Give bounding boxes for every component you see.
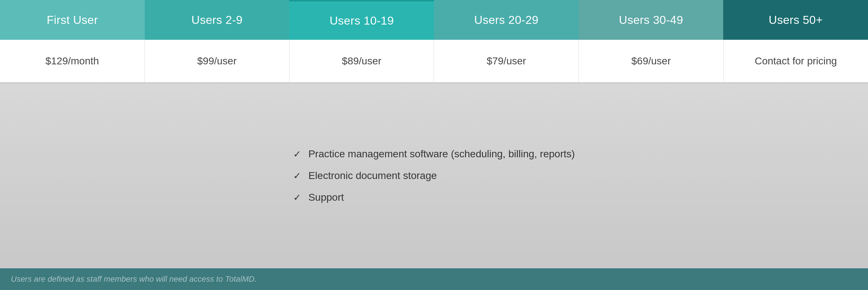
price-col-2: $99/user (145, 40, 290, 82)
feature-item-1: ✓ Practice management software (scheduli… (293, 148, 575, 160)
checkmark-icon-2: ✓ (293, 170, 301, 182)
price-col-1: $129/month (0, 40, 145, 82)
features-list: ✓ Practice management software (scheduli… (293, 148, 575, 203)
price-row: $129/month $99/user $89/user $79/user $6… (0, 40, 868, 83)
header-col-5: Users 30-49 (579, 0, 724, 40)
footer-bar: Users are defined as staff members who w… (0, 268, 868, 290)
feature-item-2: ✓ Electronic document storage (293, 170, 575, 182)
header-col-4: Users 20-29 (434, 0, 579, 40)
pricing-table: First User Users 2-9 Users 10-19 Users 2… (0, 0, 868, 290)
price-col-4: $79/user (434, 40, 579, 82)
footer-text: Users are defined as staff members who w… (11, 274, 257, 284)
checkmark-icon-3: ✓ (293, 192, 301, 203)
price-col-3: $89/user (290, 40, 434, 82)
header-col-1: First User (0, 0, 145, 40)
feature-item-3: ✓ Support (293, 192, 575, 203)
header-col-6: Users 50+ (723, 0, 868, 40)
header-row: First User Users 2-9 Users 10-19 Users 2… (0, 0, 868, 40)
header-col-3: Users 10-19 (289, 0, 434, 40)
features-section: ✓ Practice management software (scheduli… (0, 83, 868, 268)
header-col-2: Users 2-9 (145, 0, 290, 40)
checkmark-icon-1: ✓ (293, 149, 301, 160)
price-col-5: $69/user (579, 40, 724, 82)
price-col-6: Contact for pricing (724, 40, 868, 82)
